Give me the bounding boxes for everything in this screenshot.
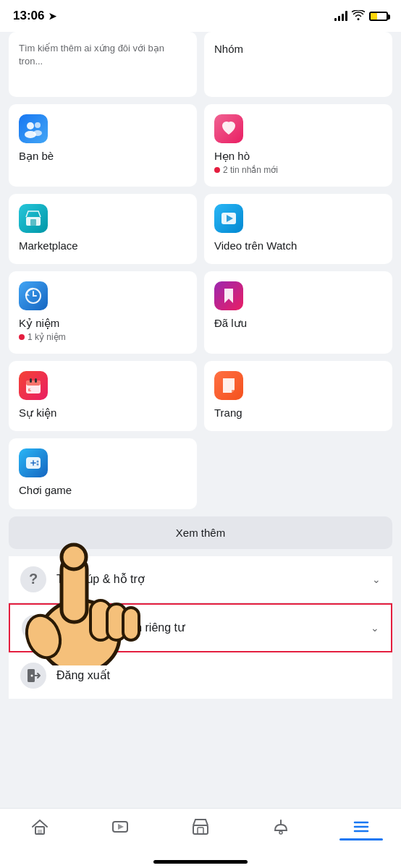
svg-rect-35 <box>38 830 42 834</box>
svg-point-41 <box>279 831 282 834</box>
events-icon: ★ <box>19 371 48 400</box>
home-bar <box>153 860 248 864</box>
groups-label: Nhóm <box>214 42 382 56</box>
saved-label: Đã lưu <box>214 316 382 331</box>
svg-rect-13 <box>30 378 32 383</box>
memory-icon <box>19 281 48 310</box>
pages-icon <box>214 371 243 400</box>
svg-rect-38 <box>193 825 208 834</box>
status-bar: 13:06 ➤ <box>0 0 401 32</box>
grid-item-events[interactable]: ★ Sự kiện <box>9 361 197 432</box>
list-item-logout[interactable]: Đăng xuất <box>9 652 392 699</box>
bottom-navigation <box>0 808 401 868</box>
settings-chevron-icon: ⌄ <box>371 622 379 634</box>
status-icons <box>334 10 388 22</box>
saved-icon <box>214 281 243 310</box>
svg-point-3 <box>33 130 42 136</box>
shop-icon <box>191 817 210 836</box>
memory-sublabel-text: 1 kỷ niệm <box>28 332 66 342</box>
menu-icon <box>352 817 371 836</box>
svg-point-2 <box>35 122 41 128</box>
memory-sublabel: 1 kỷ niệm <box>19 332 187 342</box>
wifi-icon <box>352 10 365 22</box>
nav-menu[interactable] <box>321 814 401 843</box>
help-icon: ? <box>29 571 38 587</box>
settings-icon-wrap: ⚙ <box>22 615 48 641</box>
memory-label: Kỷ niệm <box>19 316 187 331</box>
battery-icon <box>369 12 388 21</box>
grid-item-dating[interactable]: Hẹn hò 2 tin nhắn mới <box>204 104 392 187</box>
svg-rect-12 <box>26 380 41 386</box>
dating-label: Hẹn hò <box>214 149 382 163</box>
play-icon <box>111 817 130 836</box>
grid-item-pages[interactable]: Trang <box>204 361 392 432</box>
nav-notifications[interactable] <box>240 814 321 839</box>
svg-rect-21 <box>33 460 34 466</box>
svg-rect-5 <box>30 219 36 226</box>
friends-label: Bạn bè <box>19 149 187 163</box>
help-label: Trợ giúp & hỗ trợ <box>56 572 372 586</box>
svg-point-26 <box>31 674 33 676</box>
see-more-label: Xem thêm <box>176 527 225 539</box>
signal-icon <box>334 11 347 21</box>
svg-point-22 <box>37 461 39 463</box>
shortcuts-grid: Bạn bè Hẹn hò 2 tin nhắn mới <box>9 104 392 509</box>
grid-item-games[interactable]: Chơi game <box>9 438 197 509</box>
dating-sublabel-text: 2 tin nhắn mới <box>223 165 278 175</box>
settings-gear-icon: ⚙ <box>28 619 41 637</box>
time-label: 13:06 <box>13 9 44 23</box>
watch-label: Video trên Watch <box>214 239 382 253</box>
svg-marker-10 <box>224 289 233 303</box>
events-label: Sự kiện <box>19 406 187 420</box>
marketplace-label: Marketplace <box>19 239 187 253</box>
friends-icon <box>19 114 48 143</box>
top-partial-row: Tìm kiếm thêm ai xứng đôi với bạn tron..… <box>9 32 392 97</box>
dating-icon <box>214 114 243 143</box>
grid-item-saved[interactable]: Đã lưu <box>204 271 392 354</box>
location-arrow-icon: ➤ <box>48 11 56 22</box>
games-label: Chơi game <box>19 483 187 498</box>
menu-active-indicator <box>339 838 383 841</box>
groups-item[interactable]: Nhóm <box>204 32 392 97</box>
bell-icon <box>271 817 290 836</box>
nav-marketplace[interactable] <box>161 814 241 839</box>
home-icon <box>30 817 49 836</box>
svg-point-23 <box>37 464 39 466</box>
main-content: Tìm kiếm thêm ai xứng đôi với bạn tron..… <box>0 32 401 699</box>
nav-home[interactable] <box>0 814 80 839</box>
logout-icon-wrap <box>20 663 46 689</box>
dating-sublabel: 2 tin nhắn mới <box>214 165 382 175</box>
status-time: 13:06 ➤ <box>13 9 56 23</box>
svg-point-0 <box>27 122 34 129</box>
marketplace-icon <box>19 204 48 233</box>
logout-door-icon <box>25 668 41 684</box>
watch-icon <box>214 204 243 233</box>
grid-item-marketplace[interactable]: Marketplace <box>9 194 197 265</box>
svg-marker-37 <box>118 824 124 830</box>
partial-left-item[interactable]: Tìm kiếm thêm ai xứng đôi với bạn tron..… <box>9 32 197 97</box>
see-more-button[interactable]: Xem thêm <box>9 516 392 549</box>
games-icon <box>19 448 48 477</box>
svg-rect-39 <box>198 827 203 834</box>
settings-label: Cài đặt & quyền riêng tư <box>58 621 371 634</box>
svg-marker-18 <box>232 390 235 393</box>
pages-label: Trang <box>214 406 382 420</box>
grid-item-memory[interactable]: Kỷ niệm 1 kỷ niệm <box>9 271 197 354</box>
nav-watch[interactable] <box>80 814 161 839</box>
svg-rect-14 <box>35 378 37 383</box>
list-item-help[interactable]: ? Trợ giúp & hỗ trợ ⌄ <box>9 556 392 603</box>
memory-red-dot <box>19 334 25 340</box>
help-chevron-icon: ⌄ <box>372 574 381 585</box>
grid-item-friends[interactable]: Bạn bè <box>9 104 197 187</box>
help-icon-wrap: ? <box>20 566 46 592</box>
list-section: ? Trợ giúp & hỗ trợ ⌄ ⚙ Cài đặt & quyền … <box>9 556 392 699</box>
dating-red-dot <box>214 167 220 173</box>
partial-left-text: Tìm kiếm thêm ai xứng đôi với bạn tron..… <box>19 42 187 68</box>
grid-item-watch[interactable]: Video trên Watch <box>204 194 392 265</box>
logout-label: Đăng xuất <box>56 668 381 682</box>
list-item-settings[interactable]: ⚙ Cài đặt & quyền riêng tư ⌄ <box>9 603 392 652</box>
